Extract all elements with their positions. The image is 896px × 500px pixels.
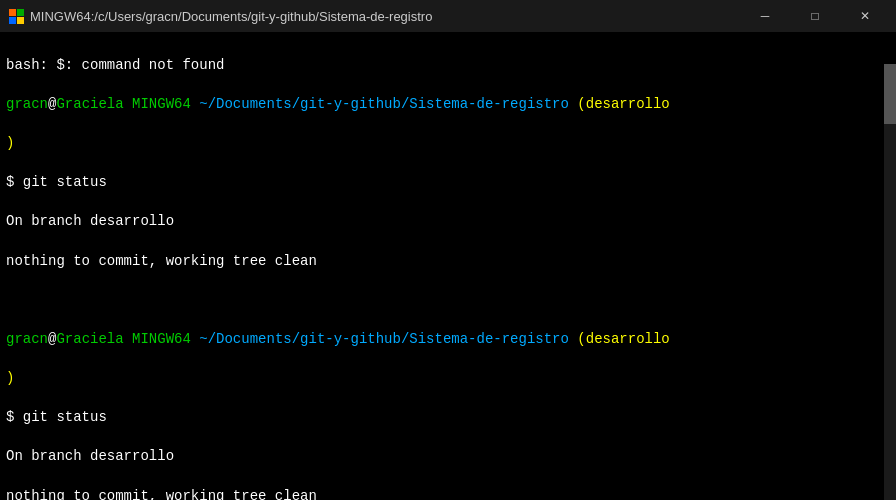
line-12: nothing to commit, working tree clean	[6, 487, 890, 500]
minimize-button[interactable]: ─	[742, 0, 788, 32]
terminal-wrapper: bash: $: command not found gracn@Graciel…	[0, 32, 896, 500]
line-4: $ git status	[6, 173, 890, 193]
titlebar-left: MINGW64:/c/Users/gracn/Documents/git-y-g…	[8, 8, 432, 24]
svg-rect-2	[9, 17, 16, 24]
scrollbar-thumb[interactable]	[884, 64, 896, 124]
window-title: MINGW64:/c/Users/gracn/Documents/git-y-g…	[30, 9, 432, 24]
mingw-icon	[8, 8, 24, 24]
terminal[interactable]: bash: $: command not found gracn@Graciel…	[0, 32, 896, 500]
svg-rect-1	[17, 9, 24, 16]
scrollbar[interactable]	[884, 64, 896, 500]
titlebar: MINGW64:/c/Users/gracn/Documents/git-y-g…	[0, 0, 896, 32]
line-5: On branch desarrollo	[6, 212, 890, 232]
line-9: )	[6, 369, 890, 389]
line-11: On branch desarrollo	[6, 447, 890, 467]
line-2: gracn@Graciela MINGW64 ~/Documents/git-y…	[6, 95, 890, 115]
maximize-button[interactable]: □	[792, 0, 838, 32]
line-6: nothing to commit, working tree clean	[6, 252, 890, 272]
svg-rect-0	[9, 9, 16, 16]
line-10: $ git status	[6, 408, 890, 428]
close-button[interactable]: ✕	[842, 0, 888, 32]
line-8: gracn@Graciela MINGW64 ~/Documents/git-y…	[6, 330, 890, 350]
line-3: )	[6, 134, 890, 154]
titlebar-controls: ─ □ ✕	[742, 0, 888, 32]
line-1: bash: $: command not found	[6, 56, 890, 76]
line-7	[6, 291, 890, 311]
svg-rect-3	[17, 17, 24, 24]
